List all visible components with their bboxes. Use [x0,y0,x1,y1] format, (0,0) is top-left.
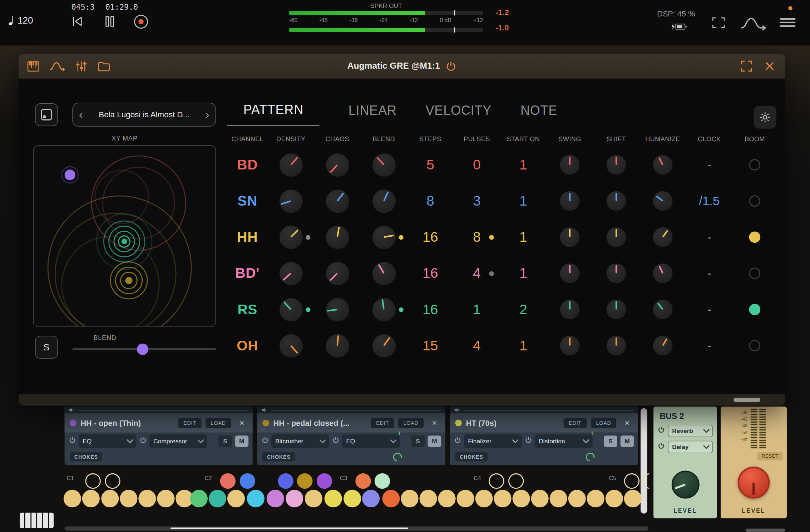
power-icon[interactable] [525,437,532,446]
load-button[interactable]: LOAD [591,418,616,428]
mixer-sliders-icon[interactable] [75,60,88,73]
fullscreen-icon[interactable] [740,59,753,73]
row0-steps-value[interactable]: 5 [426,157,434,173]
next-preset-icon[interactable]: › [206,109,209,120]
bus-level-knob[interactable] [671,471,699,499]
pad[interactable] [375,473,390,489]
row3-chaos-knob[interactable] [326,262,349,285]
pad[interactable] [82,490,100,507]
pad[interactable] [138,490,156,507]
pad[interactable] [85,473,100,489]
row4-channel-label[interactable]: RS [227,291,268,327]
bus-fx-dropdown[interactable]: Reverb [668,425,713,437]
power-icon[interactable] [261,437,268,446]
row5-shift-knob[interactable] [607,336,626,355]
pad[interactable] [401,490,418,507]
row4-swing-knob[interactable] [560,300,580,319]
row0-boom-toggle[interactable] [749,159,760,171]
skip-to-start-button[interactable] [70,14,84,28]
row1-chaos-knob[interactable] [326,189,349,213]
keyboard-icon[interactable] [27,60,40,73]
close-icon[interactable]: × [429,418,440,428]
pad[interactable] [419,490,437,507]
row1-humanize-knob[interactable] [653,191,673,211]
pad[interactable] [642,473,649,489]
row1-start-on-value[interactable]: 1 [519,193,527,209]
solo-button[interactable]: S [35,336,58,359]
pad[interactable] [508,473,524,489]
pad[interactable] [513,490,530,507]
row1-channel-label[interactable]: SN [227,183,268,219]
pad[interactable] [438,490,455,507]
power-icon[interactable] [658,426,665,435]
close-icon[interactable]: × [236,418,248,428]
pad[interactable] [587,490,604,507]
master-level-knob[interactable] [738,467,770,499]
position-bars-display[interactable]: 045:3 [71,3,94,12]
strip-name[interactable]: HH - pedal closed (... [273,419,367,428]
chokes-button[interactable]: CHOKES [262,452,295,462]
row4-steps-value[interactable]: 16 [423,301,438,317]
scrollbar-thumb[interactable] [171,527,408,529]
row3-clock-value[interactable]: - [707,266,711,280]
power-icon[interactable] [445,60,456,72]
settings-button[interactable] [754,106,776,129]
row1-boom-toggle[interactable] [749,195,760,207]
pad[interactable] [624,490,642,507]
fit-view-button[interactable] [711,15,726,30]
row3-humanize-knob[interactable] [653,263,673,283]
row0-chaos-knob[interactable] [326,153,349,176]
row1-pulses-value[interactable]: 3 [473,193,481,209]
row5-blend-knob[interactable] [372,334,395,357]
row2-blend-knob[interactable] [372,226,395,249]
pad[interactable] [209,490,226,507]
horizontal-scrollbar[interactable] [65,527,648,531]
position-time-display[interactable]: 01:29.0 [105,3,138,12]
pad[interactable] [220,473,236,489]
record-button[interactable] [133,14,149,29]
row3-steps-value[interactable]: 16 [423,265,438,281]
row1-shift-knob[interactable] [607,191,626,211]
row5-channel-label[interactable]: OH [227,327,268,364]
resize-handle[interactable] [734,398,760,402]
edit-button[interactable]: EDIT [178,418,202,428]
row2-density-knob[interactable] [279,226,302,249]
row2-boom-toggle[interactable] [749,231,760,243]
row1-blend-knob[interactable] [372,189,395,213]
row5-pulses-value[interactable]: 4 [473,338,481,354]
row4-start-on-value[interactable]: 2 [519,301,527,317]
row2-humanize-knob[interactable] [653,227,673,247]
fx-dropdown[interactable]: EQ [79,434,137,448]
mute-button[interactable]: M [621,435,634,447]
pad[interactable] [382,490,400,507]
tab-note[interactable]: NOTE [520,102,557,126]
strip-name[interactable]: HH - open (Thin) [80,419,174,428]
row2-channel-label[interactable]: HH [227,219,268,255]
row2-steps-value[interactable]: 16 [423,229,438,245]
xy-pad[interactable] [33,145,216,327]
tab-linear[interactable]: LINEAR [349,102,397,126]
mute-button[interactable]: M [235,435,249,447]
fx-dropdown[interactable]: EQ [342,434,400,448]
row1-density-knob[interactable] [279,189,302,213]
row1-steps-value[interactable]: 8 [426,193,434,209]
blend-slider-thumb[interactable] [137,344,148,355]
close-icon[interactable]: × [622,418,633,428]
row3-channel-label[interactable]: BD' [227,255,268,291]
row1-swing-knob[interactable] [560,191,580,211]
pad[interactable] [568,490,586,507]
row0-start-on-value[interactable]: 1 [519,157,527,173]
volume-track[interactable] [271,409,441,410]
row2-swing-knob[interactable] [560,227,580,247]
row4-blend-knob[interactable] [372,298,395,321]
strip-name[interactable]: HT (70s) [466,419,560,428]
mini-green-knob[interactable] [391,450,404,463]
pad[interactable] [247,490,265,507]
pad[interactable] [190,490,208,507]
fx-dropdown[interactable]: Finalizer [464,434,522,448]
power-icon[interactable] [658,442,665,452]
pad[interactable] [297,473,312,489]
routing-button[interactable] [740,14,767,33]
pad[interactable] [267,490,284,507]
tab-pattern[interactable]: PATTERN [227,102,320,126]
